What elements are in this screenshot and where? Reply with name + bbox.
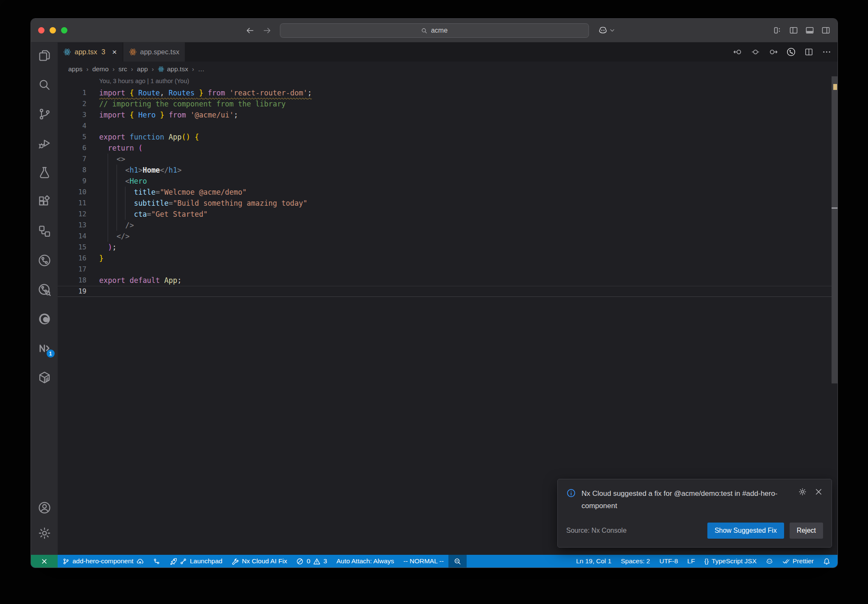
status-text: Launchpad: [190, 557, 223, 565]
back-icon[interactable]: [245, 25, 255, 36]
chevron-down-icon: [609, 27, 615, 34]
next-change-button[interactable]: [768, 47, 778, 57]
previous-change-button[interactable]: [733, 47, 743, 57]
editor-scrollbar[interactable]: [832, 76, 837, 555]
current-change-button[interactable]: [751, 47, 760, 57]
activity-nx-project-graph-search-button[interactable]: [37, 282, 52, 297]
activity-project-references-button[interactable]: [37, 224, 52, 238]
code-line: 18export default App;: [58, 275, 832, 286]
breadcrumb: apps›demo›src›app›app.tsx›…: [58, 62, 837, 76]
activity-search-button[interactable]: [37, 78, 52, 92]
breadcrumb-label: …: [198, 65, 205, 73]
status-nx-cloud-ai-fix[interactable]: Nx Cloud AI Fix: [227, 555, 292, 568]
tab-app.tsx[interactable]: app.tsx3×: [58, 42, 122, 62]
remote-indicator[interactable]: [31, 555, 58, 568]
split-editor-button[interactable]: [804, 47, 814, 57]
status-git-graph[interactable]: [148, 555, 165, 568]
line-number: 2: [58, 98, 99, 109]
circle-graph-icon: [37, 253, 52, 268]
status-text: TypeScript JSX: [712, 557, 757, 565]
notification-settings-gear-icon[interactable]: [798, 487, 807, 496]
breadcrumb-label: demo: [92, 65, 109, 73]
status-language-mode[interactable]: {}TypeScript JSX: [700, 555, 761, 568]
zoom-window-button[interactable]: [61, 27, 67, 34]
command-center-search[interactable]: acme: [280, 23, 589, 38]
code-text: [99, 264, 832, 275]
breadcrumb-item-src[interactable]: src: [118, 65, 127, 73]
git-blame-annotation[interactable]: You, 3 hours ago | 1 author (You): [99, 78, 189, 88]
editor-actions: [733, 42, 832, 62]
status-notifications-bell[interactable]: [818, 555, 835, 568]
activity-nx-project-graph-button[interactable]: [37, 253, 52, 268]
copilot-icon: [766, 558, 773, 565]
status-git-branch[interactable]: add-hero-component: [58, 555, 148, 568]
sidebar-left-icon[interactable]: [789, 25, 798, 35]
status-copilot-status[interactable]: [761, 555, 778, 568]
code-text: import { Hero } from '@acme/ui';: [99, 109, 832, 120]
status-bar: add-hero-componentLaunchpadNx Cloud AI F…: [31, 555, 837, 568]
notification-toast: Nx Cloud suggested a fix for @acme/demo:…: [557, 479, 832, 548]
line-number: 5: [58, 131, 99, 143]
overview-warning-marker: [833, 84, 837, 90]
breadcrumb-item-…[interactable]: …: [198, 65, 205, 73]
activity-edge-browser-button[interactable]: [37, 312, 52, 326]
status-text: add-hero-component: [72, 557, 134, 565]
status-formatter[interactable]: Prettier: [778, 555, 818, 568]
status-text: LF: [687, 557, 695, 565]
status-cursor-position[interactable]: Ln 19, Col 1: [571, 555, 616, 568]
line-number: 19: [58, 286, 99, 296]
edge-icon: [37, 312, 52, 326]
close-window-button[interactable]: [38, 27, 45, 34]
panel-icon[interactable]: [805, 25, 815, 35]
status-auto-attach[interactable]: Auto Attach: Always: [332, 555, 399, 568]
react-icon: [63, 48, 71, 56]
tab-bar: app.tsx3×app.spec.tsx: [58, 42, 837, 62]
status-zoom-indicator[interactable]: [448, 555, 467, 568]
close-tab-icon[interactable]: ×: [112, 48, 117, 56]
breadcrumb-item-apps[interactable]: apps: [68, 65, 83, 73]
copilot-icon: [598, 25, 608, 35]
activity-settings-button[interactable]: [37, 526, 52, 540]
customize-layout-icon[interactable]: [773, 25, 782, 35]
activity-run-and-debug-button[interactable]: [37, 136, 52, 151]
activity-testing-button[interactable]: [37, 165, 52, 180]
source-control-icon: [37, 107, 52, 121]
more-actions-button[interactable]: [822, 47, 832, 57]
code-text: return (: [99, 143, 832, 154]
notification-source: Source: Nx Console: [566, 527, 626, 534]
activity-accounts-button[interactable]: [37, 501, 52, 515]
activity-nx-console-button[interactable]: 1: [37, 341, 52, 355]
status-eol-sequence[interactable]: LF: [683, 555, 700, 568]
line-number: 17: [58, 264, 99, 275]
nx-run-button[interactable]: [786, 47, 796, 57]
code-line: 7 <>: [58, 154, 832, 165]
sidebar-right-icon[interactable]: [821, 25, 831, 35]
reject-button[interactable]: Reject: [790, 523, 823, 539]
copilot-menu[interactable]: [598, 19, 615, 42]
activity-extensions-button[interactable]: [37, 195, 52, 209]
notification-close-icon[interactable]: [814, 487, 823, 496]
activity-explorer-button[interactable]: [37, 48, 52, 63]
status-text: {}: [704, 557, 709, 565]
code-text: export default App;: [99, 275, 832, 286]
breadcrumb-item-app.tsx[interactable]: app.tsx: [158, 65, 188, 73]
code-line: 13 />: [58, 220, 832, 231]
breadcrumb-item-demo[interactable]: demo: [92, 65, 109, 73]
activity-source-control-button[interactable]: [37, 107, 52, 121]
breadcrumb-item-app[interactable]: app: [137, 65, 148, 73]
scrollbar-thumb[interactable]: [832, 76, 837, 383]
forward-icon[interactable]: [262, 25, 272, 36]
line-number: 1: [58, 87, 99, 98]
activity-package-explorer-button[interactable]: [37, 370, 52, 385]
status-encoding[interactable]: UTF-8: [655, 555, 683, 568]
tab-app.spec.tsx[interactable]: app.spec.tsx: [123, 42, 185, 62]
extensions-icon: [37, 195, 52, 209]
git-graph-icon: [153, 558, 160, 565]
show-suggested-fix-button[interactable]: Show Suggested Fix: [707, 523, 784, 539]
code-text: title="Welcmoe @acme/demo": [99, 187, 832, 198]
status-launchpad[interactable]: Launchpad: [165, 555, 227, 568]
status-indentation[interactable]: Spaces: 2: [616, 555, 655, 568]
status-vim-mode[interactable]: -- NORMAL --: [399, 555, 448, 568]
status-problems[interactable]: 03: [292, 555, 331, 568]
minimize-window-button[interactable]: [50, 27, 56, 34]
